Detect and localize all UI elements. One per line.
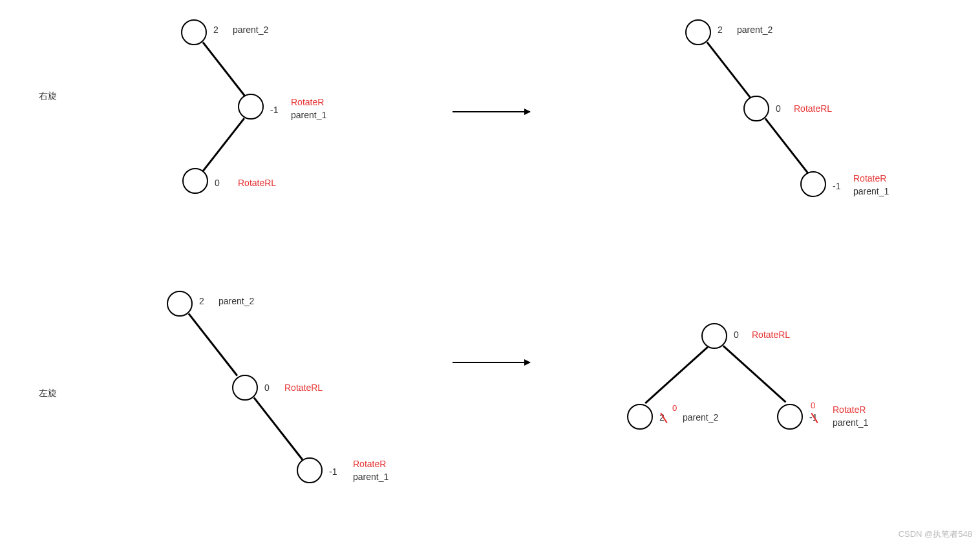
bf-label: -1 bbox=[329, 466, 337, 477]
tree-edge bbox=[201, 118, 245, 174]
tree-edge bbox=[202, 41, 246, 98]
transform-arrow bbox=[453, 111, 530, 112]
bf-label-new: 0 bbox=[811, 401, 815, 410]
bf-label: 2 bbox=[213, 25, 218, 35]
tree-node bbox=[627, 404, 653, 430]
node-label: parent_1 bbox=[353, 472, 389, 482]
rotation-label-2: 左旋 bbox=[39, 388, 57, 399]
rotation-label-1: 右旋 bbox=[39, 90, 57, 102]
bf-label: 0 bbox=[734, 330, 739, 340]
tree-node bbox=[182, 168, 208, 194]
tree-node bbox=[297, 457, 323, 483]
tree-edge bbox=[645, 346, 708, 404]
tree-edge bbox=[253, 397, 303, 460]
bf-label: 0 bbox=[215, 178, 220, 188]
node-red-label: RotateR bbox=[291, 97, 324, 107]
node-label: parent_2 bbox=[737, 25, 772, 35]
bf-label: 2 bbox=[718, 25, 723, 35]
tree-edge bbox=[765, 118, 810, 174]
node-red-label: RotateRL bbox=[794, 103, 832, 114]
node-label: parent_2 bbox=[683, 412, 718, 423]
tree-node bbox=[800, 171, 826, 197]
tree-edge bbox=[723, 345, 786, 403]
transform-arrow bbox=[453, 362, 530, 363]
node-label: parent_1 bbox=[833, 417, 868, 428]
bf-label: 0 bbox=[264, 382, 270, 393]
node-label: parent_1 bbox=[853, 186, 889, 196]
bf-label: -1 bbox=[270, 105, 278, 115]
tree-edge bbox=[707, 41, 752, 98]
node-label: parent_1 bbox=[291, 110, 326, 120]
node-red-label: RotateRL bbox=[238, 178, 276, 188]
node-label: parent_2 bbox=[233, 25, 268, 35]
tree-node bbox=[238, 94, 264, 120]
bf-label-new: 0 bbox=[672, 403, 677, 413]
node-red-label: RotateRL bbox=[752, 330, 790, 340]
node-red-label: RotateRL bbox=[284, 382, 323, 393]
node-red-label: RotateR bbox=[833, 404, 866, 415]
tree-edge bbox=[188, 313, 238, 376]
node-red-label: RotateR bbox=[853, 173, 886, 183]
node-label: parent_2 bbox=[218, 296, 254, 306]
bf-label: 2 bbox=[199, 296, 204, 306]
node-red-label: RotateR bbox=[353, 459, 386, 469]
bf-label: 0 bbox=[776, 103, 781, 114]
watermark: CSDN @执笔者548 bbox=[899, 528, 972, 540]
tree-node bbox=[777, 404, 803, 430]
bf-label: -1 bbox=[833, 181, 840, 191]
